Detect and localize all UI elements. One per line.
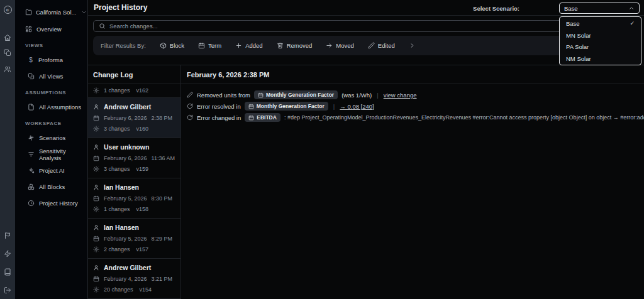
entry-author: Andrew Gilbert bbox=[104, 103, 151, 111]
views-icon bbox=[28, 73, 35, 80]
filter-button-added[interactable]: Added bbox=[235, 42, 262, 49]
change-log-entry-selected[interactable]: Andrew Gilbert February 6, 2026 2:38 PM … bbox=[88, 98, 180, 138]
change-action: Removed units from bbox=[197, 92, 250, 99]
docs-icon[interactable] bbox=[4, 266, 11, 277]
pencil-icon bbox=[187, 92, 193, 98]
change-action: Error changed in bbox=[197, 114, 241, 121]
entry-author: Ian Hansen bbox=[104, 224, 139, 231]
version-badge: v158 bbox=[136, 206, 149, 212]
entry-time: 2:38 PM bbox=[152, 115, 173, 121]
gear-icon bbox=[93, 206, 99, 212]
clock-icon bbox=[28, 200, 35, 207]
value-change-link[interactable]: → 0.08 [240] bbox=[340, 103, 374, 110]
calendar-icon bbox=[93, 276, 99, 282]
zap-icon[interactable] bbox=[4, 247, 11, 259]
change-log-entry[interactable]: 1 changes v162 bbox=[88, 84, 180, 98]
view-change-link[interactable]: view change bbox=[384, 92, 417, 99]
search-icon bbox=[99, 23, 106, 30]
change-detail-row: Error resolved in Monthly Generation Fac… bbox=[181, 101, 644, 112]
version-badge: v162 bbox=[136, 87, 149, 94]
sidebar-item-all-assumptions[interactable]: All Assumptions bbox=[28, 102, 87, 112]
search-bar[interactable] bbox=[93, 20, 639, 32]
divider: | bbox=[333, 103, 335, 110]
change-log-entry[interactable]: User unknown February 6, 2026 11:36 AM 3… bbox=[88, 138, 180, 178]
entry-date: February 5, 2026 bbox=[104, 195, 147, 202]
filter-button-removed[interactable]: Removed bbox=[277, 42, 313, 49]
change-log-panel: Change Log 1 changes v162 Andrew Gilbert bbox=[88, 65, 181, 299]
entry-author: User unknown bbox=[104, 143, 149, 151]
change-detail-panel: February 6, 2026 2:38 PM Removed units f… bbox=[181, 65, 644, 299]
sidebar-item-proforma[interactable]: $ Proforma bbox=[28, 55, 87, 65]
page-title: Project History bbox=[94, 3, 147, 12]
scenario-option-base[interactable]: Base ✓ bbox=[560, 18, 641, 30]
change-action: Error resolved in bbox=[197, 103, 241, 110]
sidebar-item-scenarios[interactable]: Scenarios bbox=[28, 133, 87, 143]
sidebar-item-project-ai[interactable]: Project AI bbox=[28, 166, 87, 175]
filter-button-block[interactable]: Block bbox=[160, 42, 184, 49]
project-selector[interactable]: California Sol... bbox=[25, 6, 87, 18]
block-chip[interactable]: Monthly Generation Factor bbox=[245, 102, 328, 111]
projects-icon[interactable] bbox=[4, 46, 11, 58]
filter-bar: Filter Results By: Block Term Added Remo… bbox=[93, 36, 639, 55]
section-label: VIEWS bbox=[25, 43, 87, 48]
change-log-entry[interactable]: Andrew Gilbert February 4, 2026 3:21 PM … bbox=[88, 259, 180, 299]
filter-scroll-next-button[interactable] bbox=[409, 42, 416, 49]
scenario-label: Select Scenario: bbox=[473, 5, 519, 12]
chevron-right-icon bbox=[409, 42, 416, 49]
sidebar-item-all-blocks[interactable]: All Blocks bbox=[28, 182, 87, 192]
logout-icon[interactable] bbox=[4, 284, 11, 295]
calendar-icon bbox=[198, 42, 205, 49]
filter-button-edited[interactable]: Edited bbox=[368, 42, 395, 49]
block-chip[interactable]: EBITDA bbox=[245, 113, 280, 122]
calendar-icon bbox=[93, 115, 99, 121]
search-input[interactable] bbox=[109, 23, 633, 30]
sidebar-item-project-history[interactable]: Project History bbox=[28, 198, 87, 208]
app-window: c California Sol... Overview VIEWS $ Pro… bbox=[0, 0, 644, 299]
section-label: WORKSPACE bbox=[25, 121, 87, 126]
block-chip[interactable]: Monthly Generation Factor bbox=[254, 90, 338, 99]
sparkles-icon bbox=[28, 167, 35, 174]
filter-label: Filter Results By: bbox=[101, 42, 146, 49]
person-icon bbox=[93, 224, 99, 231]
sidebar-section-views: VIEWS $ Proforma All Views bbox=[25, 43, 87, 81]
project-name: California Sol... bbox=[36, 9, 76, 16]
gear-icon bbox=[93, 87, 99, 94]
change-log-entry[interactable]: Ian Hansen February 5, 2026 8:29 PM 2 ch… bbox=[88, 219, 180, 259]
entry-date: February 6, 2026 bbox=[104, 115, 147, 121]
gear-icon bbox=[93, 126, 99, 132]
app-logo-icon[interactable]: c bbox=[4, 6, 12, 14]
entry-time: 3:21 PM bbox=[152, 276, 173, 282]
entry-date: February 4, 2026 bbox=[104, 276, 147, 282]
cube-icon bbox=[160, 42, 167, 49]
entry-author: Ian Hansen bbox=[104, 183, 139, 191]
change-log-entry[interactable]: Ian Hansen February 5, 2026 8:30 PM 1 ch… bbox=[88, 178, 180, 219]
users-icon[interactable] bbox=[4, 63, 11, 74]
change-detail-row: Error changed in EBITDA : #dep Project_O… bbox=[181, 112, 644, 123]
sidebar-item-sensitivity-analysis[interactable]: Sensitivity Analysis bbox=[28, 150, 87, 159]
filter-button-moved[interactable]: Moved bbox=[326, 42, 354, 49]
calendar-icon bbox=[248, 104, 254, 109]
sidebar: California Sol... Overview VIEWS $ Profo… bbox=[15, 0, 88, 299]
calendar-icon bbox=[93, 195, 99, 202]
entry-author: Andrew Gilbert bbox=[104, 264, 151, 271]
scenario-option-mn-solar[interactable]: MN Solar bbox=[560, 30, 641, 41]
entry-time: 8:30 PM bbox=[152, 195, 173, 202]
version-badge: v160 bbox=[136, 126, 149, 132]
scenario-dropdown-menu: Base ✓ MN Solar PA Solar NM Solar bbox=[559, 16, 641, 65]
flag-icon[interactable] bbox=[4, 229, 11, 241]
entry-time: 8:29 PM bbox=[152, 236, 173, 242]
home-icon[interactable] bbox=[4, 31, 11, 43]
scenario-option-nm-solar[interactable]: NM Solar bbox=[560, 53, 641, 65]
change-detail-row: Removed units from Monthly Generation Fa… bbox=[181, 89, 644, 101]
sidebar-item-all-views[interactable]: All Views bbox=[28, 72, 87, 81]
version-badge: v159 bbox=[136, 166, 149, 172]
change-log-title: Change Log bbox=[88, 65, 180, 84]
calendar-icon bbox=[258, 92, 264, 98]
scenario-select[interactable]: Base bbox=[559, 3, 640, 14]
scenario-option-pa-solar[interactable]: PA Solar bbox=[560, 41, 641, 53]
version-badge: v154 bbox=[140, 286, 152, 293]
sidebar-item-overview[interactable]: Overview bbox=[25, 24, 87, 34]
divider: | bbox=[377, 92, 378, 99]
filter-button-term[interactable]: Term bbox=[198, 42, 221, 49]
refresh-icon bbox=[187, 114, 193, 121]
